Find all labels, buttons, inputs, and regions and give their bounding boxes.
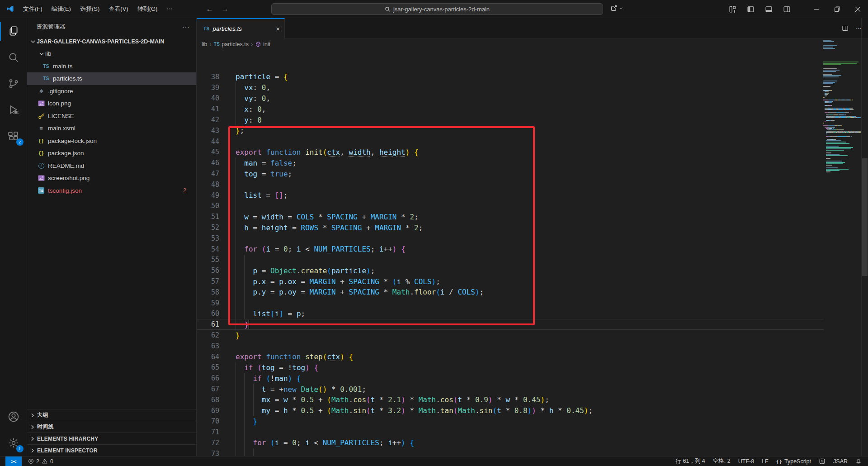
code-line-61[interactable]: 61 } [197, 319, 824, 330]
code-line-72[interactable]: 72 for (i = 0; i < NUM_PARTICLES; i++) { [197, 437, 824, 448]
activity-run-debug-icon[interactable] [0, 97, 27, 123]
menu-item-s[interactable]: 选择(S) [75, 3, 104, 15]
vertical-scrollbar[interactable] [862, 158, 868, 276]
activity-search-icon[interactable] [0, 44, 27, 71]
tab-particles-ts[interactable]: TS particles.ts × [197, 18, 285, 38]
code-line-58[interactable]: 58 p.y = p.oy = MARGIN + SPACING * Math.… [197, 287, 824, 298]
code-line-68[interactable]: 68 mx = w * 0.5 + (Math.cos(t * 2.1) * M… [197, 395, 824, 405]
restore-button[interactable] [826, 0, 847, 18]
code-line-47[interactable]: 47 tog = true; [197, 168, 824, 179]
indent-guide [244, 405, 245, 416]
status-eol[interactable]: LF [762, 458, 769, 465]
status-indentation[interactable]: 空格: 2 [713, 457, 731, 465]
code-line-49[interactable]: 49 list = []; [197, 190, 824, 201]
code-line-54[interactable]: 54 for (i = 0; i < NUM_PARTICLES; i++) { [197, 244, 824, 255]
activity-extensions-icon[interactable]: 2 [0, 123, 27, 149]
code-line-59[interactable]: 59 [197, 298, 824, 309]
code-line-65[interactable]: 65 if (tog = !tog) { [197, 362, 824, 373]
code-line-57[interactable]: 57 p.x = p.ox = MARGIN + SPACING * (i % … [197, 276, 824, 287]
line-number: 50 [197, 202, 219, 210]
problems-status[interactable]: 2 0 [28, 458, 53, 465]
status-notifications[interactable] [855, 458, 862, 465]
code-line-46[interactable]: 46 man = false; [197, 157, 824, 168]
line-number: 44 [197, 138, 219, 146]
close-button[interactable] [847, 0, 868, 18]
code-line-53[interactable]: 53 [197, 233, 824, 244]
tree-item-screenshot.png[interactable]: screenshot.png [27, 172, 196, 185]
menu-item-f[interactable]: 文件(F) [19, 3, 47, 15]
nav-back-button[interactable]: ← [206, 5, 213, 13]
activity-source-control-icon[interactable] [0, 71, 27, 97]
tree-item-package-lock.json[interactable]: {}package-lock.json [27, 135, 196, 147]
tree-item-package.json[interactable]: {}package.json [27, 147, 196, 160]
code-line-63[interactable]: 63 [197, 341, 824, 352]
tree-item-.gitignore[interactable]: .gitignore [27, 85, 196, 98]
code-line-70[interactable]: 70 } [197, 416, 824, 427]
code-line-56[interactable]: 56 p = Object.create(particle); [197, 265, 824, 276]
workspace-root-folder[interactable]: JSAR-GALLERY-CANVAS-PARTICLES-2D-MAIN [27, 35, 196, 48]
tree-item-tsconfig.json[interactable]: TStsconfig.json2 [27, 185, 196, 197]
code-line-40[interactable]: 40 vy: 0, [197, 93, 824, 104]
section-时间线[interactable]: 时间线 [27, 421, 196, 433]
code-line-66[interactable]: 66 if (!man) { [197, 373, 824, 384]
code-line-71[interactable]: 71 [197, 427, 824, 437]
code-line-69[interactable]: 69 my = h * 0.5 + (Math.sin(t * 3.2) * M… [197, 405, 824, 416]
code-line-42[interactable]: 42 y: 0 [197, 114, 824, 125]
launch-profile-button[interactable] [610, 5, 623, 12]
toggle-sidebar-icon[interactable] [747, 5, 755, 13]
line-number: 56 [197, 266, 219, 275]
code-line-55[interactable]: 55 [197, 255, 824, 266]
activity-settings-icon[interactable]: 1 [0, 430, 27, 456]
menu-item-[interactable]: ··· [162, 3, 177, 15]
explorer-more-actions[interactable]: ··· [182, 23, 190, 30]
activity-account-icon[interactable] [0, 404, 27, 430]
code-line-50[interactable]: 50 [197, 201, 824, 212]
code-line-60[interactable]: 60 list[i] = p; [197, 309, 824, 319]
remote-indicator[interactable]: >< [5, 456, 22, 466]
status-cursor-position[interactable]: 行 61，列 4 [676, 457, 705, 465]
tree-item-particles.ts[interactable]: TSparticles.ts [27, 72, 196, 85]
code-line-52[interactable]: 52 h = height = ROWS * SPACING + MARGIN … [197, 222, 824, 233]
nav-forward-button[interactable]: → [221, 5, 228, 13]
toggle-panel-icon[interactable] [765, 5, 773, 13]
tab-close-icon[interactable]: × [276, 25, 280, 33]
menu-item-v[interactable]: 查看(V) [104, 3, 132, 15]
tree-item-LICENSE[interactable]: LICENSE [27, 110, 196, 123]
section-elements-hirarchy[interactable]: ELEMENTS HIRARCHY [27, 433, 196, 444]
toggle-secondary-sidebar-icon[interactable] [783, 5, 791, 13]
code-line-45[interactable]: 45export function init(ctx, width, heigh… [197, 147, 824, 158]
code-line-64[interactable]: 64export function step(ctx) { [197, 352, 824, 362]
menu-item-g[interactable]: 转到(G) [133, 3, 162, 15]
code-line-41[interactable]: 41 x: 0, [197, 104, 824, 114]
command-center-search[interactable]: jsar-gallery-canvas-particles-2d-main [271, 3, 603, 15]
tree-item-main.xsml[interactable]: ≡main.xsml [27, 122, 196, 135]
code-line-44[interactable]: 44 [197, 136, 824, 147]
section-element-inspector[interactable]: ELEMENT INSPECTOR [27, 444, 196, 456]
code-editor[interactable]: 38particle = {39 vx: 0,40 vy: 0,41 x: 0,… [197, 68, 824, 466]
code-line-48[interactable]: 48 [197, 179, 824, 190]
code-line-62[interactable]: 62} [197, 330, 824, 341]
customize-layout-icon[interactable] [729, 5, 736, 13]
code-line-51[interactable]: 51 w = width = COLS * SPACING + MARGIN *… [197, 211, 824, 222]
status-jsar[interactable]: JSAR [833, 458, 848, 465]
tree-item-icon.png[interactable]: icon.png [27, 97, 196, 110]
code-line-67[interactable]: 67 t = +new Date() * 0.001; [197, 384, 824, 395]
minimap[interactable] [823, 40, 861, 174]
section-大纲[interactable]: 大纲 [27, 409, 196, 421]
code-line-39[interactable]: 39 vx: 0, [197, 82, 824, 93]
menu-item-e[interactable]: 编辑(E) [47, 3, 75, 15]
tree-item-README.md[interactable]: iREADME.md [27, 160, 196, 172]
status-language-mode[interactable]: {}TypeScript [776, 458, 811, 465]
breadcrumb-init[interactable]: init [255, 41, 270, 48]
status-feedback[interactable] [819, 458, 826, 465]
breadcrumb-lib[interactable]: lib [202, 41, 208, 48]
breadcrumb-particles.ts[interactable]: TSparticles.ts [214, 41, 249, 48]
status-encoding[interactable]: UTF-8 [738, 458, 754, 465]
tree-item-lib[interactable]: lib [27, 48, 196, 60]
code-line-43[interactable]: 43}; [197, 125, 824, 136]
minimize-button[interactable] [806, 0, 826, 18]
activity-explorer-icon[interactable] [0, 18, 27, 44]
code-line-38[interactable]: 38particle = { [197, 71, 824, 82]
split-editor-icon[interactable] [842, 25, 849, 32]
tree-item-main.ts[interactable]: TSmain.ts [27, 60, 196, 73]
